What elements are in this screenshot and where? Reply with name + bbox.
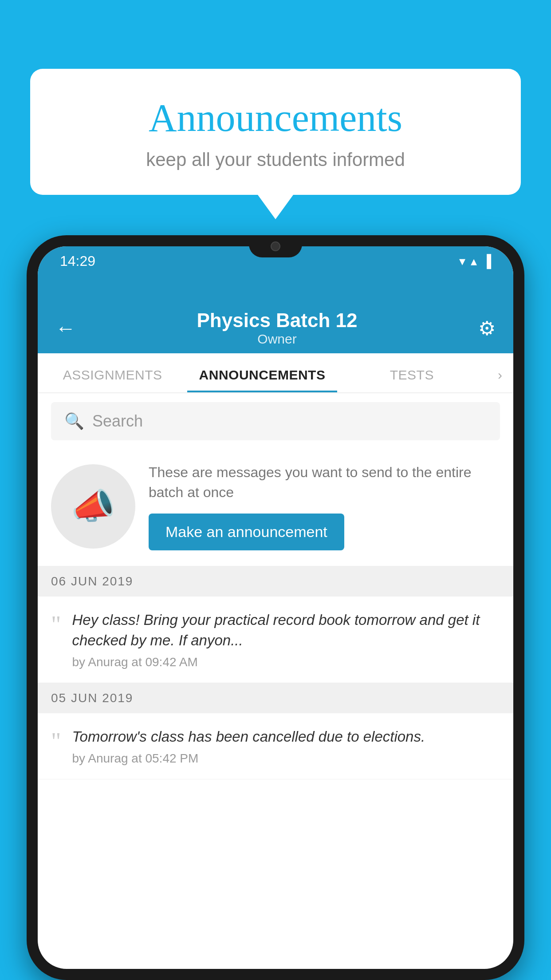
phone-camera (271, 246, 280, 251)
announcement-text-1: Hey class! Bring your practical record b… (72, 610, 500, 669)
search-placeholder: Search (92, 412, 143, 431)
tab-more[interactable]: › (487, 353, 513, 392)
bubble-tail (258, 195, 293, 219)
settings-icon[interactable]: ⚙ (478, 317, 496, 340)
status-bar: 14:29 ▾ ▴ ▐ (38, 246, 513, 274)
header-title-area: Physics Batch 12 Owner (76, 309, 478, 347)
tab-tests[interactable]: TESTS (337, 353, 487, 392)
phone-screen: 14:29 ▾ ▴ ▐ ← Physics Batch 12 Owner (38, 246, 513, 969)
announcement-message-2: Tomorrow's class has been cancelled due … (72, 727, 500, 747)
app-header-top: ← Physics Batch 12 Owner ⚙ (55, 283, 496, 353)
announcement-message-1: Hey class! Bring your practical record b… (72, 610, 500, 651)
announcement-meta-2: by Anurag at 05:42 PM (72, 751, 500, 766)
signal-icon: ▴ (471, 254, 477, 269)
app-header: ← Physics Batch 12 Owner ⚙ (38, 274, 513, 353)
speech-bubble: Announcements keep all your students inf… (30, 69, 521, 195)
status-icons: ▾ ▴ ▐ (459, 254, 491, 269)
date-divider-2: 05 JUN 2019 (38, 683, 513, 713)
tabs-bar: ASSIGNMENTS ANNOUNCEMENTS TESTS › (38, 353, 513, 393)
announcement-item-1[interactable]: " Hey class! Bring your practical record… (38, 597, 513, 683)
announcement-item-2[interactable]: " Tomorrow's class has been cancelled du… (38, 713, 513, 779)
bubble-title: Announcements (57, 95, 494, 140)
megaphone-icon: 📣 (71, 486, 115, 527)
quote-icon-1: " (51, 612, 61, 636)
announcement-meta-1: by Anurag at 09:42 AM (72, 655, 500, 669)
phone-frame: 14:29 ▾ ▴ ▐ ← Physics Batch 12 Owner (27, 235, 524, 980)
announcement-text-2: Tomorrow's class has been cancelled due … (72, 727, 500, 766)
back-button[interactable]: ← (55, 316, 76, 340)
wifi-icon: ▾ (459, 254, 465, 269)
header-title: Physics Batch 12 (76, 309, 478, 332)
status-time: 14:29 (60, 253, 95, 269)
make-announcement-button[interactable]: Make an announcement (149, 514, 344, 550)
search-container: 🔍 Search (38, 393, 513, 449)
promo-description: These are messages you want to send to t… (149, 462, 500, 502)
date-divider-1: 06 JUN 2019 (38, 566, 513, 597)
tab-assignments[interactable]: ASSIGNMENTS (38, 353, 187, 392)
phone-container: 14:29 ▾ ▴ ▐ ← Physics Batch 12 Owner (27, 235, 524, 980)
battery-icon: ▐ (482, 254, 491, 269)
search-icon: 🔍 (64, 412, 84, 431)
search-bar[interactable]: 🔍 Search (51, 402, 500, 440)
promo-icon-circle: 📣 (51, 464, 135, 549)
header-subtitle: Owner (76, 332, 478, 347)
bubble-subtitle: keep all your students informed (57, 149, 494, 170)
phone-notch (249, 246, 302, 257)
promo-content: These are messages you want to send to t… (149, 462, 500, 550)
speech-bubble-section: Announcements keep all your students inf… (30, 69, 521, 219)
quote-icon-2: " (51, 729, 61, 753)
announcement-promo: 📣 These are messages you want to send to… (38, 449, 513, 566)
tab-announcements[interactable]: ANNOUNCEMENTS (187, 353, 337, 392)
